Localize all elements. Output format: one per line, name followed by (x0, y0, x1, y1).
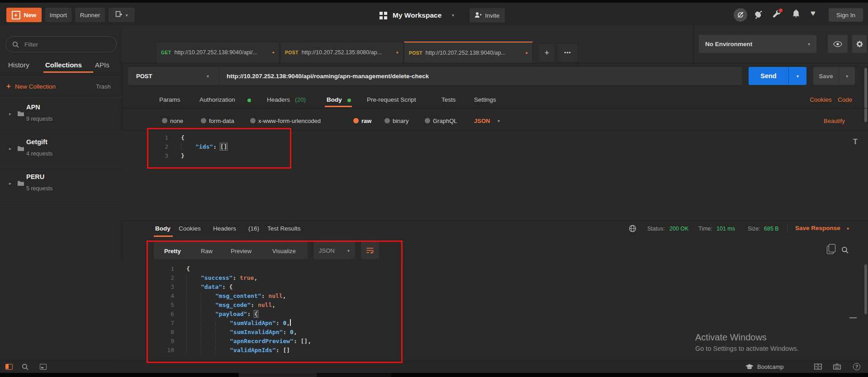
response-tab-cookies[interactable]: Cookies (179, 225, 201, 232)
request-tab-active[interactable]: POST http://10.207.252.138:9040/ap... ● (404, 42, 533, 63)
add-tab-button[interactable]: + (538, 43, 555, 62)
save-response-button[interactable]: Save Response (795, 225, 840, 231)
trash-button[interactable]: Trash (96, 83, 111, 90)
vertical-scrollbar[interactable] (864, 68, 867, 122)
new-button[interactable]: + New (6, 8, 42, 22)
radio-graphql[interactable] (425, 118, 430, 123)
bootcamp-cap-icon[interactable] (745, 363, 754, 372)
environment-settings-gear-icon[interactable] (852, 35, 867, 53)
two-pane-view-icon[interactable] (814, 363, 822, 372)
new-collection-button[interactable]: New Collection (15, 83, 56, 90)
console-icon[interactable] (40, 364, 47, 370)
request-tab[interactable]: GET http://10.207.252.138:9040/api/... ● (156, 42, 280, 63)
heart-icon[interactable]: ♥ (811, 9, 816, 18)
activate-windows-subtext: Go to Settings to activate Windows. (695, 345, 799, 352)
collection-item[interactable]: ▸ PERU 5 requests (0, 167, 122, 202)
response-language-selector[interactable]: JSON ▾ (313, 242, 355, 259)
new-window-button[interactable]: ▾ (109, 8, 135, 22)
radio-form-data[interactable] (201, 118, 206, 123)
view-tab-raw[interactable]: Raw (201, 248, 213, 254)
tab-tests[interactable]: Tests (441, 96, 456, 103)
expand-caret-icon[interactable]: ▸ (9, 111, 11, 116)
radio-raw-selected[interactable] (353, 118, 359, 123)
body-language-selector[interactable]: JSON (474, 118, 490, 124)
wrap-text-button[interactable] (361, 242, 379, 259)
radio-none[interactable] (162, 118, 167, 123)
code-line: 3} (128, 151, 227, 160)
tab-options-button[interactable]: ••• (557, 43, 578, 62)
keyboard-shortcuts-icon[interactable] (833, 363, 841, 372)
environment-quicklook-button[interactable] (828, 35, 848, 53)
save-button[interactable]: Save (813, 67, 839, 85)
find-icon[interactable] (22, 363, 28, 372)
radio-urlencoded-label[interactable]: x-www-form-urlencoded (258, 118, 321, 124)
toggle-sidebar-icon[interactable] (5, 364, 13, 370)
request-url-input[interactable]: http://10.207.252.138:9040/api/roaming/a… (227, 73, 429, 80)
plus-icon[interactable]: + (6, 82, 11, 91)
sidebar-tab-collections[interactable]: Collections (45, 61, 82, 69)
settings-wrench-icon[interactable] (773, 10, 781, 19)
method-badge: POST (285, 50, 299, 55)
bootcamp-button[interactable]: Bootcamp (757, 363, 784, 370)
tab-params[interactable]: Params (159, 96, 180, 103)
plus-icon: + (12, 11, 20, 19)
interceptor-satellite-icon[interactable] (754, 10, 763, 19)
radio-graphql-label[interactable]: GraphQL (433, 118, 457, 124)
sync-disabled-icon[interactable] (734, 8, 747, 22)
radio-urlencoded[interactable] (250, 118, 256, 123)
send-button[interactable]: Send (749, 67, 788, 85)
request-tab[interactable]: POST http://10.207.252.135:8080/ap... ● (280, 42, 403, 63)
radio-form-data-label[interactable]: form-data (209, 118, 234, 124)
send-options-caret[interactable]: ▾ (788, 67, 806, 85)
radio-binary[interactable] (384, 118, 390, 123)
radio-binary-label[interactable]: binary (393, 118, 408, 124)
taskbar-segment (317, 373, 391, 377)
collection-item[interactable]: ▸ Getgift 4 requests (0, 132, 122, 167)
response-scrollbar[interactable] (864, 264, 867, 314)
save-options-caret[interactable]: ▾ (839, 67, 855, 85)
eye-icon (833, 41, 842, 47)
view-tab-pretty[interactable]: Pretty (164, 248, 181, 254)
search-response-icon[interactable] (841, 246, 849, 255)
text-size-icon[interactable]: T (853, 138, 858, 146)
collapse-dash-icon[interactable]: — (849, 314, 857, 322)
tab-settings[interactable]: Settings (474, 96, 496, 103)
tab-authorization[interactable]: Authorization (199, 96, 235, 103)
notifications-bell-icon[interactable] (792, 9, 800, 18)
radio-raw-label[interactable]: raw (361, 118, 371, 124)
workspace-switcher[interactable]: My Workspace (393, 11, 441, 19)
response-tab-body[interactable]: Body (155, 225, 171, 232)
invite-button[interactable]: Invite (470, 8, 505, 23)
expand-caret-icon[interactable]: ▸ (9, 146, 11, 151)
request-body-editor[interactable]: 1{2"ids": []3} (122, 131, 868, 220)
request-code: 1{2"ids": []3} (128, 133, 227, 160)
help-icon[interactable]: ? (853, 363, 860, 370)
caret-down-icon[interactable]: ▾ (847, 226, 849, 231)
view-tab-visualize[interactable]: Visualize (272, 248, 296, 254)
copy-response-icon[interactable] (827, 246, 834, 254)
filter-input[interactable] (24, 41, 107, 48)
sign-in-button[interactable]: Sign In (829, 8, 863, 22)
environment-selector[interactable]: No Environment ▾ (699, 35, 816, 53)
response-tab-test-results[interactable]: Test Results (267, 225, 301, 232)
tab-headers[interactable]: Headers (267, 96, 290, 103)
sidebar-tab-history[interactable]: History (8, 61, 29, 69)
cookies-link[interactable]: Cookies (810, 96, 832, 103)
tab-body[interactable]: Body (327, 96, 342, 103)
beautify-link[interactable]: Beautify (824, 118, 845, 124)
code-link[interactable]: Code (838, 96, 852, 103)
filter-searchbox[interactable] (5, 36, 117, 52)
caret-down-icon[interactable]: ▾ (452, 13, 454, 18)
import-button[interactable]: Import (45, 8, 71, 22)
wrap-text-icon (366, 247, 374, 254)
expand-caret-icon[interactable]: ▸ (9, 181, 11, 186)
method-selector[interactable]: POST ▾ (128, 67, 219, 85)
runner-button[interactable]: Runner (75, 8, 105, 22)
radio-none-label[interactable]: none (170, 118, 183, 124)
collection-item[interactable]: ▸ APN 9 requests (0, 97, 122, 132)
sidebar-tab-apis[interactable]: APIs (95, 61, 109, 69)
tab-prerequest-script[interactable]: Pre-request Script (367, 96, 416, 103)
view-tab-preview[interactable]: Preview (231, 248, 251, 254)
caret-down-icon[interactable]: ▾ (498, 118, 500, 123)
response-tab-headers[interactable]: Headers (213, 225, 236, 232)
